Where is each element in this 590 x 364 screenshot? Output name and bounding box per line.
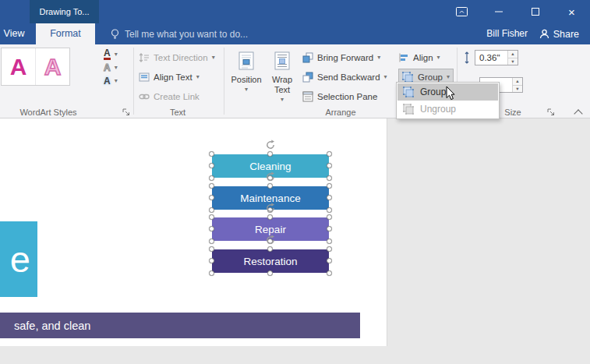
close-button[interactable]: × — [553, 0, 590, 23]
maximize-button[interactable] — [517, 0, 553, 23]
signed-in-user[interactable]: Bill Fisher — [486, 23, 528, 44]
chevron-down-icon: ▾ — [245, 87, 248, 93]
group-separator — [133, 48, 134, 115]
create-link-button: Create Link — [139, 89, 200, 104]
spinner-down-icon[interactable]: ▾ — [508, 58, 518, 65]
menu-item-group-label: Group — [420, 87, 446, 97]
chevron-down-icon: ▾ — [281, 97, 284, 103]
group-label: Group — [418, 72, 443, 82]
tell-me-box[interactable]: Tell me what you want to do... — [111, 23, 248, 44]
bring-forward-button[interactable]: Bring Forward ▾ — [302, 50, 380, 65]
maximize-icon — [532, 8, 539, 16]
text-outline-button[interactable]: A ▾ — [104, 62, 118, 74]
tab-view[interactable]: View — [0, 23, 28, 44]
selection-handle[interactable] — [209, 226, 214, 231]
tab-format[interactable]: Format — [36, 23, 95, 44]
rotate-handle-icon[interactable] — [265, 235, 276, 246]
document-page[interactable]: e Cleaning Maintenance Repair — [0, 118, 387, 346]
shape-restoration[interactable]: Restoration — [212, 249, 329, 273]
selection-handle[interactable] — [327, 239, 332, 244]
person-icon — [539, 29, 549, 39]
text-direction-icon — [139, 53, 150, 62]
selection-handle[interactable] — [209, 270, 214, 276]
wordart-style-option-2[interactable]: A — [35, 48, 69, 85]
text-fill-button[interactable]: A ▾ — [104, 48, 118, 61]
collapse-ribbon-icon[interactable] — [574, 109, 582, 118]
selection-handle[interactable] — [209, 163, 214, 168]
selection-handle[interactable] — [267, 214, 273, 220]
selection-handle[interactable] — [327, 226, 332, 231]
selection-handle[interactable] — [327, 151, 332, 157]
wrap-text-button[interactable]: Wrap Text ▾ — [265, 47, 299, 115]
ribbon-tab-row: View Format Tell me what you want to do.… — [0, 23, 590, 44]
minimize-icon — [495, 11, 503, 12]
selection-handle[interactable] — [209, 246, 214, 252]
selection-handle[interactable] — [267, 151, 273, 157]
chevron-down-icon: ▾ — [115, 78, 118, 84]
text-banner[interactable]: safe, and clean — [0, 313, 360, 338]
selection-handle[interactable] — [327, 214, 332, 220]
share-button[interactable]: Share — [539, 23, 579, 44]
create-link-label: Create Link — [154, 92, 200, 101]
selection-handle[interactable] — [327, 195, 332, 200]
selection-pane-label: Selection Pane — [317, 92, 377, 101]
chevron-down-icon: ▾ — [377, 55, 380, 61]
selection-pane-icon — [302, 91, 313, 102]
selection-handle[interactable] — [209, 151, 214, 157]
align-text-label: Align Text — [154, 72, 193, 82]
chevron-down-icon: ▾ — [447, 74, 450, 80]
dialog-launcher-icon[interactable] — [122, 108, 130, 116]
align-text-button[interactable]: Align Text ▾ — [139, 69, 200, 85]
selection-handle[interactable] — [267, 270, 273, 276]
selection-handle[interactable] — [209, 195, 214, 200]
selection-handle[interactable] — [209, 175, 214, 181]
chevron-down-icon: ▾ — [384, 74, 387, 80]
send-backward-button[interactable]: Send Backward ▾ — [302, 69, 387, 85]
share-label: Share — [553, 29, 579, 40]
align-label: Align — [413, 53, 433, 62]
selection-handle[interactable] — [209, 214, 214, 220]
align-button[interactable]: Align ▾ — [398, 50, 440, 65]
ungroup-objects-icon — [402, 103, 415, 115]
selection-handle[interactable] — [267, 183, 273, 189]
ribbon-display-options-button[interactable] — [443, 0, 480, 23]
position-icon — [236, 51, 256, 71]
text-effects-icon: A — [104, 77, 111, 86]
selection-handle[interactable] — [327, 270, 332, 276]
selection-handle[interactable] — [209, 239, 214, 244]
rotate-handle-icon[interactable] — [265, 140, 276, 150]
rotate-handle-icon[interactable] — [265, 171, 276, 182]
selection-handle[interactable] — [327, 258, 332, 263]
selection-handle[interactable] — [327, 246, 332, 252]
selection-handle[interactable] — [327, 163, 332, 168]
title-bar: Drawing To... × — [0, 0, 590, 23]
spinner-down-icon[interactable]: ▾ — [513, 85, 522, 93]
chevron-down-icon: ▾ — [115, 51, 118, 58]
shape-height-input[interactable]: 0.36" ▴ ▾ — [475, 50, 518, 65]
selection-handle[interactable] — [267, 246, 273, 252]
spinner-up-icon[interactable]: ▴ — [508, 51, 518, 58]
wordart-style-gallery[interactable]: A A — [1, 48, 70, 86]
menu-item-ungroup: Ungroup — [397, 101, 498, 118]
text-effects-button[interactable]: A ▾ — [104, 75, 118, 87]
wrap-text-label-line2: Text — [274, 85, 290, 95]
minimize-button[interactable] — [480, 0, 517, 23]
shape-label: Repair — [255, 224, 286, 235]
sidebar-letter-box[interactable]: e — [0, 221, 37, 297]
tell-me-placeholder: Tell me what you want to do... — [125, 29, 248, 40]
spinner-up-icon[interactable]: ▴ — [513, 78, 522, 85]
wordart-style-option-1[interactable]: A — [2, 48, 35, 85]
selection-handle[interactable] — [209, 183, 214, 189]
selection-pane-button[interactable]: Selection Pane — [302, 89, 377, 104]
selection-handle[interactable] — [209, 207, 214, 213]
position-button[interactable]: Position ▾ — [228, 47, 264, 115]
selection-handle[interactable] — [209, 258, 214, 263]
selection-handle[interactable] — [327, 175, 332, 181]
selection-handle[interactable] — [327, 207, 332, 213]
dialog-launcher-icon[interactable] — [547, 108, 555, 116]
selection-handle[interactable] — [327, 183, 332, 189]
ribbon-display-options-icon — [456, 7, 468, 16]
contextual-tab-drawing-tools[interactable]: Drawing To... — [30, 0, 99, 23]
document-canvas: e Cleaning Maintenance Repair — [0, 118, 590, 364]
rotate-handle-icon[interactable] — [265, 203, 276, 214]
